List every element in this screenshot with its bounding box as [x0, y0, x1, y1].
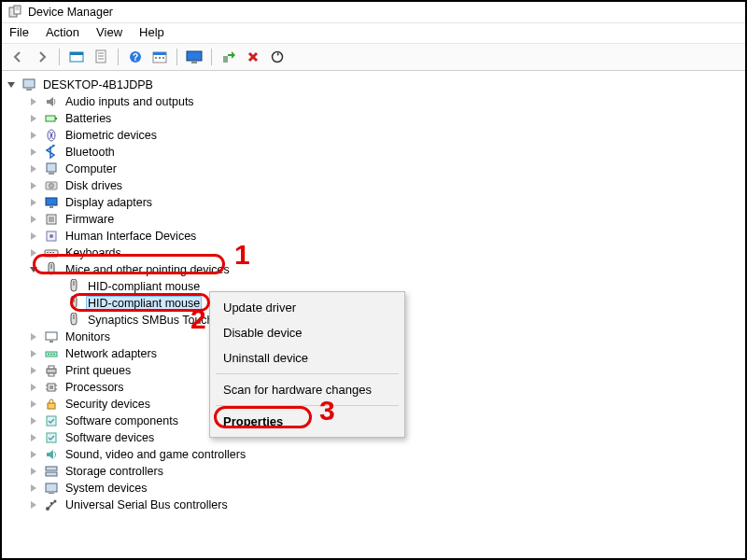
- expand-arrow-icon[interactable]: [28, 163, 39, 175]
- expand-arrow-icon[interactable]: [28, 466, 39, 477]
- svg-rect-18: [191, 62, 197, 63]
- disable-icon[interactable]: [243, 47, 263, 67]
- svg-rect-13: [153, 52, 166, 55]
- cpu-icon: [44, 380, 59, 395]
- calendar-icon[interactable]: [149, 47, 170, 67]
- forward-button[interactable]: [32, 47, 52, 67]
- svg-rect-47: [49, 341, 53, 343]
- svg-rect-15: [159, 57, 161, 59]
- app-icon: [7, 5, 22, 20]
- category-label: Disk drives: [63, 179, 124, 192]
- expand-arrow-icon[interactable]: [28, 130, 39, 141]
- expand-arrow-icon[interactable]: [28, 197, 39, 208]
- category-label: Firmware: [63, 213, 116, 226]
- menu-help[interactable]: Help: [139, 25, 164, 39]
- expand-arrow-icon[interactable]: [28, 331, 39, 343]
- help-icon[interactable]: ?: [125, 47, 146, 67]
- tree-category[interactable]: Storage controllers: [6, 463, 741, 480]
- context-uninstall-device[interactable]: Uninstall device: [210, 345, 404, 371]
- category-label: Display adapters: [63, 196, 154, 209]
- expand-arrow-icon[interactable]: [28, 180, 39, 191]
- expand-arrow-icon[interactable]: [28, 382, 39, 393]
- tree-category[interactable]: System devices: [6, 480, 741, 497]
- device-label: Synaptics SMBus Touch: [86, 314, 216, 327]
- menu-view[interactable]: View: [96, 25, 122, 39]
- expand-arrow-icon[interactable]: [28, 231, 39, 242]
- tree-category[interactable]: Keyboards: [6, 245, 741, 261]
- svg-point-51: [53, 354, 55, 356]
- tree-category[interactable]: Mice and other pointing devices: [6, 261, 741, 278]
- svg-rect-67: [49, 493, 54, 494]
- expand-arrow-icon[interactable]: [28, 399, 39, 410]
- enable-icon[interactable]: [218, 47, 239, 67]
- svg-point-49: [48, 354, 49, 356]
- category-label: Bluetooth: [63, 146, 117, 159]
- category-label: Processors: [63, 381, 126, 394]
- context-scan[interactable]: Scan for hardware changes: [210, 377, 404, 402]
- toolbar-separator: [176, 49, 177, 65]
- svg-rect-19: [223, 56, 228, 63]
- expand-arrow-icon[interactable]: [28, 348, 39, 359]
- device-label: HID-compliant mouse: [86, 296, 202, 311]
- expand-arrow-icon[interactable]: [28, 113, 39, 124]
- tree-category[interactable]: Firmware: [6, 211, 741, 228]
- svg-point-50: [50, 354, 52, 356]
- mouse-icon: [66, 296, 81, 311]
- context-properties[interactable]: Properties: [210, 409, 404, 434]
- svg-rect-14: [155, 57, 157, 59]
- context-update-driver[interactable]: Update driver: [210, 295, 404, 320]
- tree-category[interactable]: Biometric devices: [6, 127, 741, 144]
- expand-arrow-icon[interactable]: [28, 449, 39, 460]
- properties-icon[interactable]: [91, 47, 111, 67]
- svg-rect-38: [47, 252, 49, 253]
- battery-icon: [44, 111, 59, 126]
- expand-arrow-icon[interactable]: [28, 147, 39, 158]
- expand-arrow-icon[interactable]: [28, 415, 39, 427]
- system-icon: [44, 481, 59, 496]
- tree-category[interactable]: Batteries: [6, 110, 741, 127]
- display-icon[interactable]: [184, 47, 204, 67]
- collapse-arrow-icon[interactable]: [28, 264, 39, 275]
- expand-arrow-icon[interactable]: [28, 483, 39, 494]
- mouse-icon: [44, 262, 59, 277]
- svg-rect-34: [49, 217, 54, 222]
- pc-icon: [44, 161, 59, 176]
- tree-category[interactable]: Computer: [6, 161, 741, 177]
- tree-root[interactable]: DESKTOP-4B1JDPB: [6, 77, 741, 93]
- expand-arrow-icon[interactable]: [28, 247, 39, 259]
- back-button[interactable]: [7, 47, 28, 67]
- tree-category[interactable]: Audio inputs and outputs: [6, 93, 741, 110]
- svg-rect-46: [46, 332, 57, 340]
- expand-arrow-icon[interactable]: [28, 432, 39, 443]
- category-label: Batteries: [63, 112, 113, 125]
- menu-action[interactable]: Action: [46, 25, 79, 39]
- expand-arrow-icon[interactable]: [28, 96, 39, 107]
- svg-rect-54: [49, 373, 54, 376]
- context-menu-separator: [216, 373, 399, 374]
- bluetooth-icon: [44, 145, 59, 160]
- show-hidden-icon[interactable]: [66, 47, 87, 67]
- tree-category[interactable]: Display adapters: [6, 194, 741, 211]
- svg-rect-52: [47, 369, 56, 373]
- security-icon: [44, 397, 59, 412]
- storage-icon: [44, 464, 59, 479]
- expand-arrow-icon[interactable]: [28, 499, 39, 511]
- menu-file[interactable]: File: [9, 25, 29, 39]
- expand-arrow-icon[interactable]: [6, 79, 17, 91]
- category-label: Mice and other pointing devices: [63, 263, 232, 276]
- svg-rect-40: [52, 252, 54, 253]
- toolbar-separator: [211, 49, 212, 65]
- tree-category[interactable]: Bluetooth: [6, 144, 741, 161]
- context-disable-device[interactable]: Disable device: [210, 320, 404, 345]
- category-label: Biometric devices: [63, 129, 159, 142]
- expand-arrow-icon[interactable]: [28, 214, 39, 225]
- tree-category[interactable]: Universal Serial Bus controllers: [6, 497, 741, 513]
- tree-category[interactable]: Disk drives: [6, 177, 741, 194]
- context-menu: Update driver Disable device Uninstall d…: [209, 291, 405, 438]
- tree-category[interactable]: Sound, video and game controllers: [6, 446, 741, 463]
- refresh-icon[interactable]: [267, 47, 288, 67]
- svg-rect-39: [49, 252, 51, 253]
- svg-rect-71: [50, 502, 52, 504]
- tree-category[interactable]: Human Interface Devices: [6, 228, 741, 245]
- expand-arrow-icon[interactable]: [28, 365, 39, 376]
